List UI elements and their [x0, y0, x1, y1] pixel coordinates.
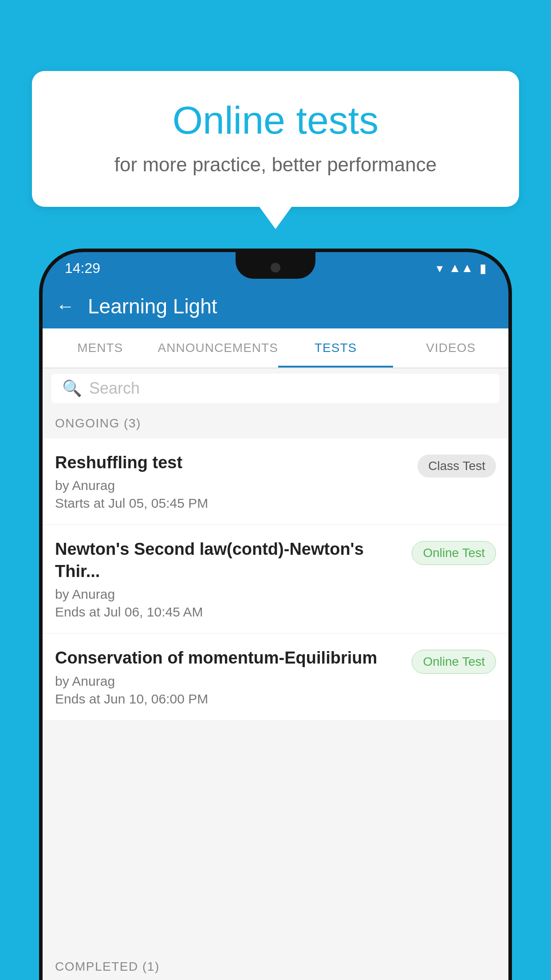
signal-icon: ▲▲ [449, 261, 473, 275]
test-date-conservation: Ends at Jun 10, 06:00 PM [55, 692, 403, 707]
phone-notch [236, 252, 315, 279]
test-info-newtons: Newton's Second law(contd)-Newton's Thir… [55, 538, 403, 620]
test-title-newtons: Newton's Second law(contd)-Newton's Thir… [55, 538, 403, 582]
search-icon: 🔍 [62, 379, 82, 398]
app-title: Learning Light [88, 294, 217, 318]
status-time: 14:29 [65, 260, 100, 277]
test-title-conservation: Conservation of momentum-Equilibrium [55, 647, 403, 669]
badge-class-test-reshuffling: Class Test [417, 454, 496, 478]
test-card-newtons[interactable]: Newton's Second law(contd)-Newton's Thir… [43, 525, 508, 633]
completed-text: COMPLETED (1) [55, 960, 160, 974]
completed-section-header: COMPLETED (1) [43, 953, 508, 980]
tab-announcements[interactable]: ANNOUNCEMENTS [158, 328, 278, 368]
badge-online-test-conservation: Online Test [412, 650, 496, 674]
badge-online-test-newtons: Online Test [412, 541, 496, 565]
tab-videos[interactable]: VIDEOS [393, 328, 508, 368]
search-bar: 🔍 Search [43, 368, 508, 408]
camera-dot [271, 263, 280, 273]
test-by-newtons: by Anurag [55, 587, 403, 602]
test-card-conservation[interactable]: Conservation of momentum-Equilibrium by … [43, 634, 508, 719]
tab-bar: MENTS ANNOUNCEMENTS TESTS VIDEOS [43, 328, 508, 368]
content-area: ONGOING (3) Reshuffling test by Anurag S… [43, 408, 508, 980]
back-button[interactable]: ← [56, 296, 75, 317]
tab-tests[interactable]: TESTS [278, 328, 394, 368]
speech-bubble: Online tests for more practice, better p… [32, 71, 519, 207]
status-icons: ▾ ▲▲ ▮ [437, 261, 486, 276]
search-placeholder: Search [89, 379, 140, 398]
speech-bubble-title: Online tests [54, 98, 497, 143]
speech-bubble-subtitle: for more practice, better performance [54, 154, 497, 176]
test-date-reshuffling: Starts at Jul 05, 05:45 PM [55, 496, 409, 511]
test-by-conservation: by Anurag [55, 674, 403, 689]
ongoing-section-header: ONGOING (3) [43, 408, 508, 439]
search-input-wrapper[interactable]: 🔍 Search [51, 374, 500, 403]
test-by-reshuffling: by Anurag [55, 478, 409, 493]
test-info-conservation: Conservation of momentum-Equilibrium by … [55, 647, 403, 706]
tab-ments[interactable]: MENTS [43, 328, 158, 368]
phone-inner: 14:29 ▾ ▲▲ ▮ ← Learning Light MENTS ANNO… [43, 252, 508, 980]
wifi-icon: ▾ [437, 261, 443, 276]
phone-frame: 14:29 ▾ ▲▲ ▮ ← Learning Light MENTS ANNO… [39, 249, 512, 980]
test-card-reshuffling[interactable]: Reshuffling test by Anurag Starts at Jul… [43, 439, 508, 524]
test-info-reshuffling: Reshuffling test by Anurag Starts at Jul… [55, 452, 409, 511]
app-header: ← Learning Light [43, 284, 508, 328]
test-date-newtons: Ends at Jul 06, 10:45 AM [55, 605, 403, 620]
test-title-reshuffling: Reshuffling test [55, 452, 409, 474]
battery-icon: ▮ [480, 261, 486, 276]
